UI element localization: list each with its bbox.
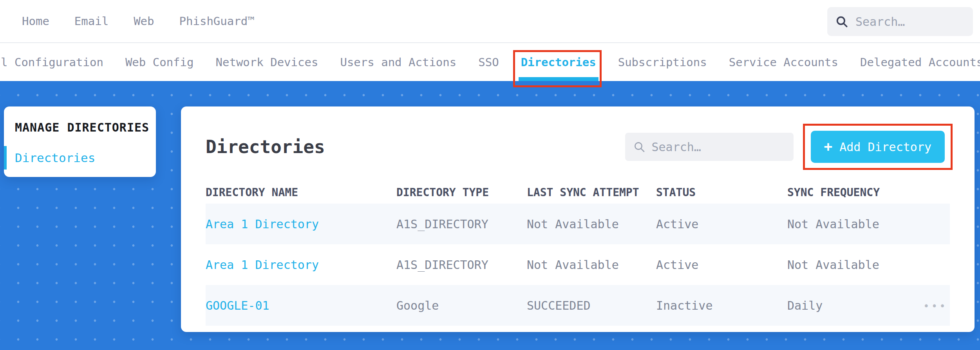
table-header-row: DIRECTORY NAME DIRECTORY TYPE LAST SYNC … <box>206 181 950 204</box>
table-body: Area 1 Directory A1S_DIRECTORY Not Avail… <box>206 204 950 326</box>
sync-frequency-cell: Not Available <box>787 258 926 272</box>
plus-icon: + <box>824 140 833 154</box>
last-sync-attempt-cell: Not Available <box>527 258 656 272</box>
directories-search[interactable] <box>625 133 794 161</box>
directories-table: DIRECTORY NAME DIRECTORY TYPE LAST SYNC … <box>206 181 950 326</box>
top-nav-item-email[interactable]: Email <box>74 14 108 28</box>
sub-nav-tab-delegated-accounts[interactable]: Delegated Accounts <box>860 43 980 81</box>
last-sync-attempt-cell: Not Available <box>527 217 656 231</box>
add-directory-label: Add Directory <box>839 140 931 154</box>
top-nav-item-home[interactable]: Home <box>22 14 49 28</box>
add-directory-button[interactable]: + Add Directory <box>811 131 945 163</box>
column-header-last-sync-attempt: LAST SYNC ATTEMPT <box>527 186 656 199</box>
manage-directories-card: MANAGE DIRECTORIES Directories <box>4 106 156 177</box>
panel-header: Directories + Add Directory <box>181 106 975 181</box>
status-cell: Active <box>656 217 787 231</box>
sidebar-item-label: Directories <box>15 151 95 165</box>
table-row: GOOGLE-01 Google SUCCEEDED Inactive Dail… <box>206 285 950 326</box>
table-row: Area 1 Directory A1S_DIRECTORY Not Avail… <box>206 244 950 285</box>
annotation-box-add-directory: + Add Directory <box>803 124 953 170</box>
sub-nav-tab-l-configuration[interactable]: l Configuration <box>1 43 103 81</box>
directories-panel: Directories + Add Directory DIRE <box>181 106 975 332</box>
ellipsis-menu-icon[interactable]: ••• <box>923 300 947 312</box>
last-sync-attempt-cell: SUCCEEDED <box>527 299 656 312</box>
table-row: Area 1 Directory A1S_DIRECTORY Not Avail… <box>206 204 950 244</box>
top-nav-item-phishguard-[interactable]: PhishGuard™ <box>179 14 255 28</box>
row-actions: ••• <box>923 299 950 312</box>
active-tab-underline <box>519 77 598 81</box>
directory-name-link[interactable]: Area 1 Directory <box>206 217 396 231</box>
directory-name-link[interactable]: GOOGLE-01 <box>206 299 396 312</box>
directory-name-link[interactable]: Area 1 Directory <box>206 258 396 272</box>
directory-type-cell: A1S_DIRECTORY <box>396 217 527 231</box>
sync-frequency-cell: Daily <box>787 299 926 312</box>
sub-nav-tab-sso[interactable]: SSO <box>478 43 499 81</box>
side-card-title: MANAGE DIRECTORIES <box>15 121 145 134</box>
directory-type-cell: A1S_DIRECTORY <box>396 258 527 272</box>
sub-nav-tab-web-config[interactable]: Web Config <box>125 43 194 81</box>
column-header-sync-frequency: SYNC FREQUENCY <box>787 186 926 199</box>
search-icon <box>835 15 848 28</box>
settings-tab-bar: l ConfigurationWeb ConfigNetwork Devices… <box>0 43 980 81</box>
directory-type-cell: Google <box>396 299 527 312</box>
sub-nav-tab-subscriptions[interactable]: Subscriptions <box>618 43 707 81</box>
global-search-input[interactable] <box>855 15 965 29</box>
sub-nav-tab-users-and-actions[interactable]: Users and Actions <box>340 43 456 81</box>
sidebar-item-directories[interactable]: Directories <box>4 146 156 170</box>
top-nav-items: HomeEmailWebPhishGuard™ <box>0 14 255 28</box>
status-cell: Active <box>656 258 787 272</box>
top-navbar: HomeEmailWebPhishGuard™ <box>0 0 980 43</box>
global-search[interactable] <box>827 7 973 36</box>
status-cell: Inactive <box>656 299 787 312</box>
sub-nav-tab-service-accounts[interactable]: Service Accounts <box>729 43 838 81</box>
top-nav-item-web[interactable]: Web <box>134 14 154 28</box>
screen: HomeEmailWebPhishGuard™ l ConfigurationW… <box>0 0 980 350</box>
search-icon <box>633 141 645 153</box>
column-header-directory-type: DIRECTORY TYPE <box>396 186 527 199</box>
column-header-status: STATUS <box>656 186 787 199</box>
page-title: Directories <box>206 136 325 157</box>
sync-frequency-cell: Not Available <box>787 217 926 231</box>
column-header-directory-name: DIRECTORY NAME <box>206 186 396 199</box>
sub-nav-tab-directories[interactable]: Directories <box>521 43 596 81</box>
sub-nav-tab-network-devices[interactable]: Network Devices <box>216 43 318 81</box>
directories-search-input[interactable] <box>652 140 786 154</box>
panel-header-actions: + Add Directory <box>625 124 953 170</box>
